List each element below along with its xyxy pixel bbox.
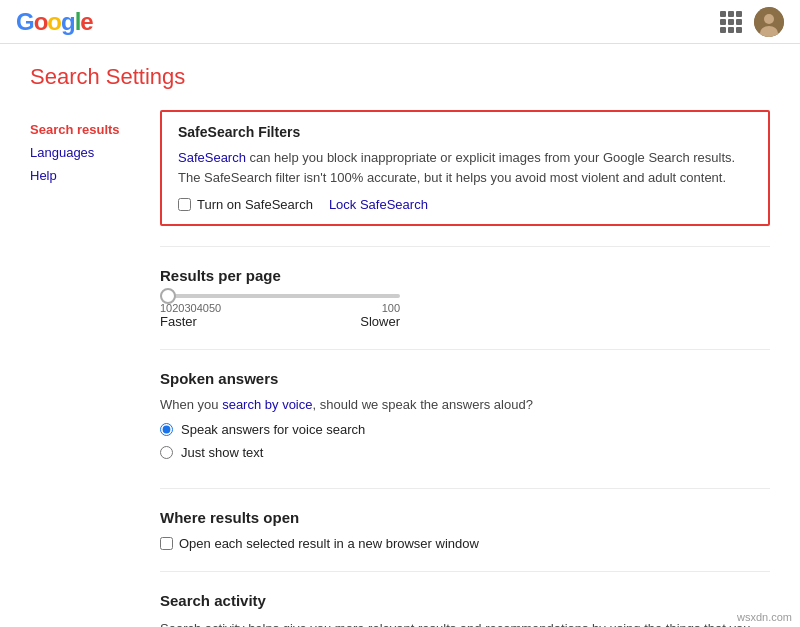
safesearch-title: SafeSearch Filters <box>178 124 752 140</box>
slider-label-50: 50 <box>209 302 221 314</box>
page-title-area: Search Settings <box>0 44 800 90</box>
main-content: SafeSearch Filters SafeSearch can help y… <box>160 110 770 627</box>
show-text-radio-label[interactable]: Just show text <box>160 445 770 460</box>
lock-safesearch-link[interactable]: Lock SafeSearch <box>329 197 428 212</box>
watermark: wsxdn.com <box>737 611 792 623</box>
sidebar-item-languages[interactable]: Languages <box>30 141 130 164</box>
new-window-checkbox-label[interactable]: Open each selected result in a new brows… <box>160 536 770 551</box>
slider-faster-label: Faster <box>160 314 197 329</box>
spoken-answers-title: Spoken answers <box>160 370 770 387</box>
sidebar-item-help[interactable]: Help <box>30 164 130 187</box>
spoken-answers-desc: When you search by voice, should we spea… <box>160 397 770 412</box>
speak-answers-radio[interactable] <box>160 423 173 436</box>
slider-track <box>160 294 400 298</box>
search-activity-desc: Search activity helps give you more rele… <box>160 619 770 627</box>
slider-label-40: 40 <box>197 302 209 314</box>
speak-answers-label: Speak answers for voice search <box>181 422 365 437</box>
svg-point-1 <box>764 14 774 24</box>
user-avatar[interactable] <box>754 7 784 37</box>
safesearch-checkbox-text: Turn on SafeSearch <box>197 197 313 212</box>
spoken-answers-section: Spoken answers When you search by voice,… <box>160 370 770 489</box>
search-activity-title: Search activity <box>160 592 770 609</box>
sidebar-item-search-results[interactable]: Search results <box>30 118 130 141</box>
slider-label-100: 100 <box>382 302 400 314</box>
header: Google <box>0 0 800 44</box>
safesearch-checkbox[interactable] <box>178 198 191 211</box>
results-per-page-section: Results per page 10 20 30 40 50 100 Fast… <box>160 267 770 350</box>
google-logo: Google <box>16 8 93 36</box>
apps-icon[interactable] <box>720 11 742 33</box>
page-title: Search Settings <box>30 64 770 90</box>
safesearch-checkbox-label[interactable]: Turn on SafeSearch <box>178 197 313 212</box>
search-by-voice-link[interactable]: search by voice <box>222 397 312 412</box>
safesearch-description: SafeSearch can help you block inappropri… <box>178 148 752 187</box>
slider-label-20: 20 <box>172 302 184 314</box>
slider-labels: 10 20 30 40 50 100 <box>160 302 400 314</box>
slider-ends: Faster Slower <box>160 314 400 329</box>
show-text-label: Just show text <box>181 445 263 460</box>
safesearch-box: SafeSearch Filters SafeSearch can help y… <box>160 110 770 226</box>
speak-answers-radio-label[interactable]: Speak answers for voice search <box>160 422 770 437</box>
show-text-radio[interactable] <box>160 446 173 459</box>
header-right <box>720 7 784 37</box>
slider-label-30: 30 <box>185 302 197 314</box>
safesearch-section: SafeSearch Filters SafeSearch can help y… <box>160 110 770 247</box>
spoken-desc-text2: , should we speak the answers aloud? <box>312 397 532 412</box>
safesearch-desc-text: can help you block inappropriate or expl… <box>178 150 735 185</box>
spoken-desc-text1: When you <box>160 397 222 412</box>
new-window-checkbox[interactable] <box>160 537 173 550</box>
slider-thumb[interactable] <box>160 288 176 304</box>
sidebar: Search results Languages Help <box>30 110 130 627</box>
search-activity-section: Search activity Search activity helps gi… <box>160 592 770 627</box>
slider-slower-label: Slower <box>360 314 400 329</box>
results-per-page-title: Results per page <box>160 267 770 284</box>
where-results-open-section: Where results open Open each selected re… <box>160 509 770 572</box>
page-body: Search results Languages Help SafeSearch… <box>0 90 800 627</box>
new-window-label: Open each selected result in a new brows… <box>179 536 479 551</box>
slider-wrapper <box>160 294 400 298</box>
safesearch-controls: Turn on SafeSearch Lock SafeSearch <box>178 197 752 212</box>
activity-desc-text1: Search activity helps give you more rele… <box>160 621 750 627</box>
where-results-open-title: Where results open <box>160 509 770 526</box>
safesearch-link[interactable]: SafeSearch <box>178 150 246 165</box>
